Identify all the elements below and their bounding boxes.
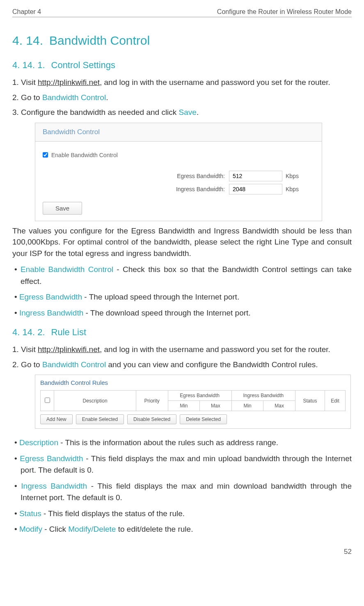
bandwidth-control-panel: Bandwidth Control Enable Bandwidth Contr…: [35, 123, 322, 221]
bullet-ingress-bw: Ingress Bandwidth - This field displays …: [12, 480, 352, 504]
bullet-status: Status - This field displays the status …: [12, 508, 352, 520]
heading-1: 4. 14.Bandwidth Control: [12, 34, 352, 48]
egress-unit: Kbps: [286, 173, 302, 179]
table-button-row: Add New Enable Selected Disable Selected…: [40, 414, 346, 424]
checkbox-header: [41, 391, 54, 411]
tplink-url-link[interactable]: http://tplinkwifi.net: [38, 345, 100, 354]
bandwidth-rules-panel: Bandwidth Control Rules Description Prio…: [35, 375, 351, 429]
h2-title: Rule List: [51, 327, 87, 337]
bullet-egress: Egress Bandwidth - The upload speed thro…: [12, 291, 352, 303]
ingress-row: Ingress Bandwidth: Kbps: [43, 184, 314, 194]
step-1: 1. Visit http://tplinkwifi.net, and log …: [12, 77, 352, 89]
bullet-modify: Modify - Click Modify/Delete to edit/del…: [12, 524, 352, 535]
enable-bandwidth-label: Enable Bandwidth Control: [51, 152, 118, 158]
h2-number: 4. 14. 1.: [12, 60, 45, 70]
egress-max-header: Max: [200, 401, 232, 411]
h2-title: Control Settings: [51, 60, 116, 70]
egress-label: Egress Bandwidth:: [143, 173, 225, 179]
ingress-header: Ingress Bandwidth: [231, 391, 295, 401]
step-2b: 2. Go to Bandwidth Control and you can v…: [12, 359, 352, 371]
step-1b: 1. Visit http://tplinkwifi.net, and log …: [12, 344, 352, 356]
save-button[interactable]: Save: [43, 202, 82, 215]
select-all-checkbox[interactable]: [45, 398, 50, 403]
ingress-input[interactable]: [229, 184, 282, 194]
status-header: Status: [295, 391, 325, 411]
panel-title: Bandwidth Control: [35, 123, 322, 142]
bullet-ingress: Ingress Bandwidth - The download speed t…: [12, 307, 352, 319]
bandwidth-control-ref: Bandwidth Control: [42, 93, 106, 102]
priority-header: Priority: [136, 391, 168, 411]
ingress-label: Ingress Bandwidth:: [143, 186, 225, 192]
enable-selected-button[interactable]: Enable Selected: [76, 414, 124, 424]
step-3: 3. Configure the bandwidth as needed and…: [12, 107, 352, 119]
egress-input[interactable]: [229, 171, 282, 181]
description-header: Description: [54, 391, 136, 411]
chapter-label: Chapter 4: [12, 8, 41, 16]
enable-bandwidth-checkbox[interactable]: [43, 152, 48, 158]
tplink-url-link[interactable]: http://tplinkwifi.net: [38, 78, 100, 87]
h1-number: 4. 14.: [12, 34, 43, 47]
delete-selected-button[interactable]: Delete Selected: [180, 414, 227, 424]
page-number: 52: [12, 548, 352, 556]
bandwidth-control-ref: Bandwidth Control: [42, 360, 106, 369]
step-2: 2. Go to Bandwidth Control.: [12, 92, 352, 104]
add-new-button[interactable]: Add New: [40, 414, 73, 424]
egress-min-header: Min: [168, 401, 200, 411]
enable-bandwidth-checkbox-row: Enable Bandwidth Control: [43, 152, 314, 158]
egress-row: Egress Bandwidth: Kbps: [43, 171, 314, 181]
rules-table: Description Priority Egress Bandwidth In…: [40, 390, 346, 411]
page-header: Chapter 4 Configure the Router in Wirele…: [12, 8, 352, 17]
edit-header: Edit: [325, 391, 346, 411]
h2-number: 4. 14. 2.: [12, 327, 45, 337]
note-paragraph: The values you configure for the Egress …: [12, 225, 352, 259]
bullet-description: Description - This is the information ab…: [12, 437, 352, 449]
header-title: Configure the Router in Wireless Router …: [217, 8, 352, 16]
bullet-egress-bw: Egress Bandwidth - This field displays t…: [12, 453, 352, 476]
heading-2-control-settings: 4. 14. 1.Control Settings: [12, 60, 352, 71]
save-ref: Save: [179, 108, 197, 117]
egress-header: Egress Bandwidth: [168, 391, 231, 401]
ingress-min-header: Min: [231, 401, 263, 411]
h1-title: Bandwidth Control: [49, 34, 150, 47]
ingress-unit: Kbps: [286, 186, 302, 192]
rules-panel-title: Bandwidth Control Rules: [40, 379, 346, 386]
disable-selected-button[interactable]: Disable Selected: [127, 414, 176, 424]
modify-delete-ref: Modify/Delete: [68, 525, 116, 533]
heading-2-rule-list: 4. 14. 2.Rule List: [12, 327, 352, 338]
ingress-max-header: Max: [263, 401, 295, 411]
bullet-enable-bw: Enable Bandwidth Control - Check this bo…: [12, 264, 352, 287]
table-header-row: Description Priority Egress Bandwidth In…: [41, 391, 346, 401]
